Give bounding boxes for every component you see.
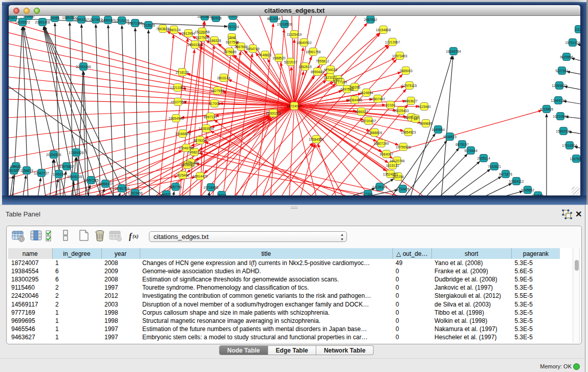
svg-text:391599: 391599 bbox=[9, 169, 19, 172]
svg-text:10046796: 10046796 bbox=[179, 146, 194, 150]
svg-text:17957225: 17957225 bbox=[83, 179, 99, 182]
svg-text:6794028: 6794028 bbox=[324, 68, 337, 72]
svg-text:924565: 924565 bbox=[532, 194, 543, 196]
svg-text:2935114: 2935114 bbox=[477, 157, 490, 160]
svg-text:17359928: 17359928 bbox=[69, 151, 84, 155]
svg-text:12505135: 12505135 bbox=[67, 175, 82, 179]
svg-text:9829966: 9829966 bbox=[560, 55, 573, 59]
svg-text:1640954: 1640954 bbox=[431, 128, 445, 132]
svg-text:19218506: 19218506 bbox=[277, 23, 292, 26]
svg-text:1498222: 1498222 bbox=[188, 150, 201, 154]
svg-text:16210643: 16210643 bbox=[553, 115, 568, 118]
svg-text:16640910: 16640910 bbox=[296, 41, 312, 45]
svg-text:1409948: 1409948 bbox=[181, 163, 194, 167]
svg-text:15720407: 15720407 bbox=[361, 119, 376, 123]
svg-text:16782759: 16782759 bbox=[114, 187, 129, 190]
svg-text:16543382: 16543382 bbox=[187, 43, 203, 47]
svg-text:9146821: 9146821 bbox=[258, 53, 272, 57]
svg-text:7625402: 7625402 bbox=[176, 173, 189, 177]
svg-text:1362615: 1362615 bbox=[298, 65, 312, 69]
svg-text:12444134: 12444134 bbox=[551, 99, 566, 102]
svg-text:14035572: 14035572 bbox=[15, 20, 30, 24]
svg-text:9463627: 9463627 bbox=[404, 99, 418, 103]
svg-text:9960124: 9960124 bbox=[167, 28, 181, 32]
svg-text:3875685: 3875685 bbox=[223, 50, 236, 54]
svg-text:10973493: 10973493 bbox=[392, 54, 407, 58]
svg-text:9427552: 9427552 bbox=[211, 89, 224, 93]
svg-text:12942737: 12942737 bbox=[34, 171, 49, 175]
svg-text:8186328: 8186328 bbox=[208, 39, 221, 42]
svg-text:1546: 1546 bbox=[228, 36, 236, 39]
svg-text:96577: 96577 bbox=[162, 193, 171, 196]
svg-text:175306: 175306 bbox=[23, 16, 34, 18]
svg-text:19654943: 19654943 bbox=[168, 117, 184, 120]
svg-text:15692971: 15692971 bbox=[556, 129, 571, 133]
svg-text:20206576: 20206576 bbox=[46, 153, 61, 157]
svg-text:2718126: 2718126 bbox=[176, 71, 189, 74]
svg-text:9227341: 9227341 bbox=[555, 69, 569, 73]
svg-text:62160: 62160 bbox=[386, 103, 396, 107]
svg-text:10671365: 10671365 bbox=[127, 21, 143, 25]
svg-text:9777169: 9777169 bbox=[334, 80, 347, 84]
svg-text:14136141: 14136141 bbox=[372, 185, 387, 189]
svg-text:9327505: 9327505 bbox=[226, 40, 239, 44]
svg-text:935081: 935081 bbox=[10, 165, 21, 168]
svg-text:20657: 20657 bbox=[9, 16, 17, 19]
svg-text:16961758: 16961758 bbox=[306, 50, 321, 54]
svg-text:16648784: 16648784 bbox=[446, 50, 461, 53]
svg-text:12975115: 12975115 bbox=[402, 84, 417, 87]
svg-text:20053346: 20053346 bbox=[76, 65, 91, 69]
svg-text:5322037: 5322037 bbox=[284, 60, 297, 64]
svg-text:8912954: 8912954 bbox=[182, 32, 195, 35]
svg-text:20691406: 20691406 bbox=[35, 20, 50, 24]
svg-text:2803144: 2803144 bbox=[217, 76, 230, 80]
svg-text:6466160: 6466160 bbox=[101, 18, 115, 22]
svg-text:1156819: 1156819 bbox=[20, 169, 33, 172]
svg-text:8454749: 8454749 bbox=[246, 47, 259, 51]
svg-text:17016504: 17016504 bbox=[562, 144, 577, 147]
svg-text:8215955: 8215955 bbox=[540, 107, 553, 111]
svg-text:10807487: 10807487 bbox=[370, 97, 385, 101]
svg-text:10654112: 10654112 bbox=[509, 180, 524, 183]
svg-text:9699695: 9699695 bbox=[419, 122, 432, 125]
svg-text:25300213: 25300213 bbox=[266, 112, 281, 115]
svg-text:9084067: 9084067 bbox=[380, 152, 393, 156]
svg-text:19166829: 19166829 bbox=[175, 132, 190, 136]
svg-text:1145194: 1145194 bbox=[52, 172, 66, 176]
svg-text:3624554: 3624554 bbox=[360, 91, 373, 95]
svg-text:7515526: 7515526 bbox=[142, 24, 155, 27]
svg-text:1167534: 1167534 bbox=[570, 157, 580, 161]
svg-text:19654923: 19654923 bbox=[401, 130, 416, 134]
svg-text:7357224: 7357224 bbox=[226, 25, 239, 29]
svg-text:19055: 19055 bbox=[50, 16, 60, 20]
svg-text:746266: 746266 bbox=[349, 85, 360, 89]
svg-text:7955812: 7955812 bbox=[316, 59, 329, 63]
svg-text:1733426: 1733426 bbox=[396, 187, 409, 191]
svg-text:19718: 19718 bbox=[217, 193, 227, 196]
svg-text:7485003: 7485003 bbox=[399, 69, 412, 73]
svg-text:15751074: 15751074 bbox=[565, 41, 580, 45]
svg-text:1527602: 1527602 bbox=[89, 18, 102, 21]
svg-text:(x): (x) bbox=[133, 233, 139, 239]
svg-text:11123: 11123 bbox=[574, 28, 580, 31]
svg-text:1615132: 1615132 bbox=[386, 164, 399, 167]
svg-text:252254: 252254 bbox=[393, 175, 404, 179]
svg-text:17334: 17334 bbox=[363, 192, 373, 196]
svg-text:33975867: 33975867 bbox=[59, 165, 74, 168]
svg-text:9115460: 9115460 bbox=[418, 105, 431, 108]
svg-text:16914479: 16914479 bbox=[192, 174, 208, 178]
svg-text:12093822: 12093822 bbox=[552, 84, 567, 87]
svg-text:7632621: 7632621 bbox=[488, 165, 501, 168]
svg-text:8990448: 8990448 bbox=[311, 70, 324, 74]
svg-text:6879197: 6879197 bbox=[455, 143, 469, 146]
svg-text:20364436: 20364436 bbox=[347, 98, 362, 102]
svg-text:16953267: 16953267 bbox=[74, 18, 89, 21]
svg-text:18724007: 18724007 bbox=[287, 104, 302, 108]
svg-text:10923466: 10923466 bbox=[127, 191, 143, 195]
svg-text:19718485: 19718485 bbox=[203, 186, 219, 189]
svg-text:9657791: 9657791 bbox=[169, 185, 182, 189]
svg-text:160538: 160538 bbox=[210, 16, 222, 20]
svg-text:1588520: 1588520 bbox=[272, 56, 286, 60]
svg-text:8938923: 8938923 bbox=[443, 135, 456, 139]
svg-text:917006: 917006 bbox=[209, 102, 220, 105]
